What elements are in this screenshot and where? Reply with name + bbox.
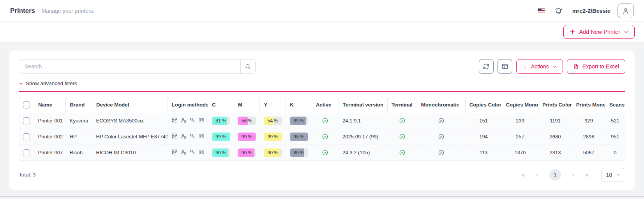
show-advanced-filters-toggle[interactable]: Show advanced filters: [19, 80, 77, 86]
refresh-button[interactable]: [479, 59, 494, 74]
scans: 951: [605, 129, 625, 145]
toner-cyan: 99 %: [208, 129, 234, 145]
toner-badge-yellow: 54 %: [264, 117, 282, 125]
column-header-name[interactable]: Name: [34, 97, 66, 113]
card-footer: Total: 3 « ‹ 1 › » 10: [19, 168, 625, 182]
toner-badge-yellow: 99 %: [264, 133, 282, 141]
language-flag-icon[interactable]: [538, 8, 545, 13]
column-header-checkbox: [19, 97, 34, 113]
current-user-label: mrc2-2\Bessie: [572, 8, 610, 14]
toner-badge-magenta: 56 %: [238, 117, 256, 125]
search-input[interactable]: [19, 59, 240, 73]
column-header-brand[interactable]: Brand: [66, 97, 92, 113]
column-header-login-methods[interactable]: Login methods: [168, 97, 208, 113]
column-header-monochromatic[interactable]: Monochromatic: [417, 97, 465, 113]
login-methods: [168, 113, 208, 129]
row-checkbox[interactable]: [23, 117, 30, 124]
login-methods: [168, 145, 208, 161]
check-circle-icon: [322, 133, 328, 140]
column-header-k[interactable]: K: [286, 97, 312, 113]
column-header-y[interactable]: Y: [260, 97, 286, 113]
first-page-button[interactable]: «: [522, 171, 525, 178]
plus-icon: [570, 29, 575, 35]
previous-page-button[interactable]: ‹: [536, 171, 538, 178]
row-checkbox-cell: [19, 145, 34, 161]
search-box: [19, 59, 256, 74]
current-page-button[interactable]: 1: [549, 169, 561, 181]
app-header: Printers Manage your printers. mrc2-2\Be…: [0, 0, 644, 22]
search-button[interactable]: [240, 59, 255, 73]
table-row: Printer 007RicohRICOH IM C301090 %90 %90…: [19, 145, 625, 161]
printer-name: Printer 007: [34, 145, 66, 161]
check-circle-icon: [399, 149, 406, 156]
actions-button[interactable]: Actions: [516, 59, 563, 74]
next-page-button[interactable]: ›: [572, 171, 574, 178]
printers-table-wrap: NameBrandDevice ModelLogin methodsCMYKAc…: [19, 97, 625, 161]
column-header-scans[interactable]: Scans: [605, 97, 625, 113]
scans: 521: [605, 113, 625, 129]
terminal-status: [387, 129, 417, 145]
scans: 0: [605, 145, 625, 161]
key-icon: [189, 133, 196, 139]
table-header-row: NameBrandDevice ModelLogin methodsCMYKAc…: [19, 97, 625, 113]
toner-badge-key: 89 %: [290, 117, 308, 125]
printers-table: NameBrandDevice ModelLogin methodsCMYKAc…: [19, 97, 625, 161]
total-count-label: Total: 3: [19, 172, 36, 178]
kebab-menu-icon: [522, 64, 528, 70]
column-header-device-model[interactable]: Device Model: [92, 97, 168, 113]
toner-yellow: 99 %: [260, 129, 286, 145]
column-header-copies-color[interactable]: Copies Color: [465, 97, 502, 113]
page-size-select[interactable]: 10: [601, 168, 625, 182]
toner-badge-magenta: 99 %: [238, 133, 256, 141]
prints-color: 1191: [538, 113, 572, 129]
column-header-prints-color[interactable]: Prints Color: [538, 97, 572, 113]
column-header-active[interactable]: Active: [312, 97, 339, 113]
row-checkbox[interactable]: [23, 149, 30, 156]
notifications-bell-icon[interactable]: [554, 7, 563, 15]
column-header-prints-mono[interactable]: Prints Mono: [572, 97, 605, 113]
terminal-version: 2025.09.17 (99): [339, 129, 387, 145]
user-menu-button[interactable]: [618, 3, 634, 18]
copies-color: 113: [465, 145, 502, 161]
toner-badge-yellow: 90 %: [264, 148, 282, 157]
toner-black: 80 %: [286, 145, 312, 161]
accent-divider: [19, 91, 625, 92]
page-subtitle: Manage your printers.: [41, 8, 94, 14]
chevron-down-icon: [616, 173, 620, 177]
select-all-checkbox[interactable]: [23, 101, 30, 108]
user-lock-icon: [180, 117, 187, 123]
column-header-terminal[interactable]: Terminal: [387, 97, 417, 113]
prints-mono: 929: [572, 113, 605, 129]
toner-yellow: 54 %: [260, 113, 286, 129]
person-icon: [622, 7, 630, 15]
chevron-down-icon: [552, 65, 557, 69]
excel-file-icon: [573, 64, 579, 70]
add-new-printer-button[interactable]: Add New Printer: [563, 25, 635, 39]
add-new-printer-label: Add New Printer: [579, 29, 620, 35]
column-header-m[interactable]: M: [234, 97, 260, 113]
table-body: Printer 001KyoceraECOSYS MA3500cix81 %56…: [19, 113, 625, 161]
device-model: ECOSYS MA3500cix: [92, 113, 168, 129]
terminal-status: [387, 113, 417, 129]
x-circle-icon: [438, 149, 445, 156]
toner-magenta: 56 %: [234, 113, 260, 129]
export-to-excel-button[interactable]: Export to Excel: [567, 59, 625, 74]
toner-yellow: 90 %: [260, 145, 286, 161]
toner-black: 89 %: [286, 113, 312, 129]
x-circle-icon: [438, 133, 445, 140]
toner-black: 98 %: [286, 129, 312, 145]
toner-cyan: 90 %: [208, 145, 234, 161]
column-header-copies-mono[interactable]: Copies Mono: [502, 97, 538, 113]
column-settings-button[interactable]: [498, 59, 512, 74]
copies-mono: 1370: [502, 145, 538, 161]
column-header-terminal-version[interactable]: Terminal version: [339, 97, 387, 113]
copies-color: 194: [465, 129, 502, 145]
table-row: Printer 001KyoceraECOSYS MA3500cix81 %56…: [19, 113, 625, 129]
row-checkbox[interactable]: [23, 133, 30, 140]
column-header-c[interactable]: C: [208, 97, 234, 113]
last-page-button[interactable]: »: [585, 171, 589, 178]
row-checkbox-cell: [19, 129, 34, 145]
page-size-value: 10: [606, 172, 612, 178]
prints-mono: 5067: [572, 145, 605, 161]
prints-mono: 2898: [572, 129, 605, 145]
